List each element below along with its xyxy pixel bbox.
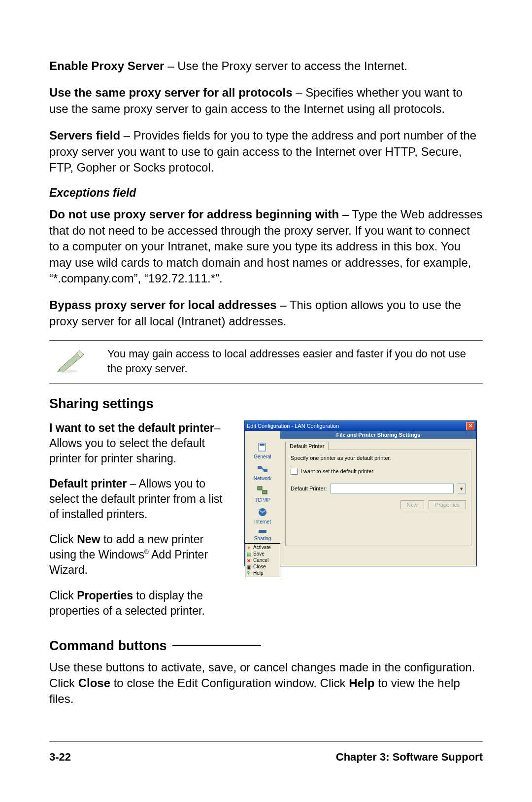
para-do-not-use: Do not use proxy server for address begi… [49, 207, 483, 286]
page-content: Enable Proxy Server – Use the Proxy serv… [0, 0, 532, 707]
dropdown-arrow-icon[interactable]: ▾ [458, 484, 466, 493]
p-default: Default printer – Allows you to select t… [49, 476, 232, 522]
term: Bypass proxy server for local addresses [49, 298, 277, 312]
term: Enable Proxy Server [49, 59, 164, 72]
p-properties: Click Properties to display the properti… [49, 588, 232, 619]
help-icon: ? [247, 571, 252, 576]
term: Default printer [49, 477, 127, 490]
properties-button[interactable]: Properties [429, 500, 466, 509]
tcpip-icon [256, 486, 269, 496]
label: Network [254, 476, 272, 481]
para-servers-field: Servers field – Provides fields for you … [49, 128, 483, 175]
para-enable-proxy: Enable Proxy Server – Use the Proxy serv… [49, 58, 483, 74]
svg-rect-3 [258, 466, 262, 469]
sharing-text-col: I want to set the default printer– Allow… [49, 420, 232, 628]
command-buttons-box: ✦Activate ▤Save ✕Cancel ▣Close ?Help [245, 543, 280, 577]
b: New [77, 533, 100, 546]
sharing-heading: Sharing settings [49, 396, 483, 412]
svg-rect-5 [258, 487, 262, 490]
command-buttons-para: Use these buttons to activate, save, or … [49, 660, 483, 707]
general-icon [256, 442, 269, 453]
label: TCP/IP [255, 497, 270, 503]
plus-icon: ✦ [247, 545, 252, 550]
label: Help [253, 570, 264, 576]
internet-icon [256, 507, 269, 518]
page-footer: 3-22 Chapter 3: Software Support [49, 741, 483, 764]
label: Internet [254, 519, 271, 524]
term: Use the same proxy server for all protoc… [49, 86, 293, 99]
label: Save [253, 551, 265, 557]
desc: – Use the Proxy server to access the Int… [164, 59, 407, 72]
save-icon: ▤ [247, 552, 252, 557]
label: General [254, 454, 271, 459]
page-number: 3-22 [49, 751, 71, 764]
svg-rect-6 [263, 490, 267, 494]
dialog-main: Default Printer Specify one printer as y… [280, 439, 476, 566]
checkbox-set-default[interactable] [291, 468, 298, 475]
svg-point-0 [56, 370, 78, 373]
p-want: I want to set the default printer– Allow… [49, 420, 232, 466]
sidebar-item-internet[interactable]: Internet [245, 506, 280, 527]
b: Properties [77, 589, 133, 602]
term: Do not use proxy server for address begi… [49, 208, 339, 221]
t: to close the Edit Configuration window. … [110, 676, 349, 690]
sharing-columns: I want to set the default printer– Allow… [49, 420, 483, 628]
tab-default-printer[interactable]: Default Printer [285, 442, 329, 450]
term: Servers field [49, 129, 120, 142]
dialog-title-text: Edit Configuration - LAN Configuration [247, 421, 339, 431]
dialog-sidebar: General Network TCP/IP Internet [245, 439, 280, 566]
network-icon [256, 464, 269, 475]
default-printer-dropdown[interactable] [331, 484, 454, 493]
para-same-proxy: Use the same proxy server for all protoc… [49, 85, 483, 117]
label: Cancel [253, 558, 268, 563]
reg: ® [144, 549, 149, 556]
close-cmd-icon: ▣ [247, 564, 252, 569]
new-button[interactable]: New [400, 500, 424, 509]
sidebar-item-sharing[interactable]: Sharing [245, 527, 280, 543]
cancel-icon: ✕ [247, 558, 252, 563]
b: Close [78, 676, 110, 690]
dialog-subtitle: File and Printer Sharing Settings [280, 431, 476, 439]
group-caption: Specify one printer as your default prin… [291, 455, 466, 461]
sidebar-item-network[interactable]: Network [245, 462, 280, 484]
cmd-help[interactable]: ?Help [246, 570, 279, 576]
t: Click [49, 589, 77, 602]
command-buttons-heading: Command buttons [49, 638, 166, 654]
close-icon[interactable]: ✕ [466, 422, 474, 430]
sharing-icon [256, 529, 269, 535]
command-buttons-heading-row: Command buttons [49, 638, 483, 654]
label: Activate [253, 545, 271, 550]
note-block: You may gain access to local addresses e… [49, 340, 483, 384]
cmd-close[interactable]: ▣Close [246, 564, 279, 569]
note-text: You may gain access to local addresses e… [107, 347, 483, 376]
b: Help [349, 676, 374, 690]
pencil-note-icon [49, 347, 94, 376]
sidebar-item-general[interactable]: General [245, 441, 280, 462]
field-label: Default Printer: [291, 486, 327, 491]
cmd-cancel[interactable]: ✕Cancel [246, 558, 279, 563]
p-new: Click New to add a new printer using the… [49, 532, 232, 578]
dialog-titlebar: Edit Configuration - LAN Configuration ✕ [245, 421, 476, 431]
svg-rect-4 [264, 469, 267, 472]
dialog-body: General Network TCP/IP Internet [245, 439, 476, 566]
term: I want to set the default printer [49, 421, 214, 434]
edit-config-dialog: Edit Configuration - LAN Configuration ✕… [244, 420, 477, 566]
label: Sharing [254, 536, 271, 541]
cmd-activate[interactable]: ✦Activate [246, 545, 279, 550]
chapter-label: Chapter 3: Software Support [336, 751, 483, 764]
cmd-save[interactable]: ▤Save [246, 551, 279, 557]
callout-rule [172, 645, 261, 646]
checkbox-row[interactable]: I want to set the default printer [291, 468, 466, 475]
exceptions-heading: Exceptions field [49, 186, 483, 200]
para-bypass: Bypass proxy server for local addresses … [49, 297, 483, 329]
sidebar-item-tcpip[interactable]: TCP/IP [245, 484, 280, 506]
button-row: New Properties [291, 500, 466, 509]
default-printer-field-row: Default Printer: ▾ [291, 484, 466, 493]
svg-rect-8 [259, 530, 266, 533]
label: Close [253, 564, 266, 569]
default-printer-group: Specify one printer as your default prin… [285, 450, 471, 546]
t: Click [49, 533, 77, 546]
svg-rect-2 [260, 444, 265, 446]
checkbox-label: I want to set the default printer [300, 468, 373, 474]
